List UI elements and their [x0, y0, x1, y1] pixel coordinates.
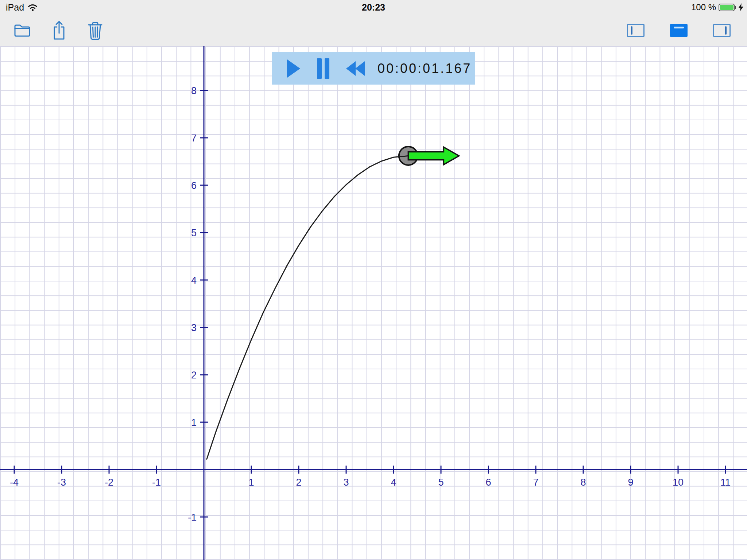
- delete-button[interactable]: [88, 20, 103, 40]
- y-tick-label: 3: [191, 322, 197, 333]
- charging-bolt-icon: [739, 3, 743, 11]
- clock: 20:23: [0, 2, 747, 13]
- x-tick-label: 3: [343, 477, 349, 488]
- x-tick-label: 1: [248, 477, 254, 488]
- rewind-icon: [346, 60, 365, 77]
- plot-area: -4-3-2-1123456789101187654321-1: [0, 46, 747, 560]
- share-button[interactable]: [51, 20, 67, 40]
- x-tick-label: 6: [485, 477, 491, 488]
- toolbar-right: [627, 15, 731, 46]
- trash-icon: [88, 20, 103, 40]
- status-bar: iPad 20:23 100 %: [0, 0, 747, 15]
- play-button[interactable]: [286, 59, 300, 78]
- share-icon: [51, 20, 67, 40]
- elapsed-time: 00:00:01.167: [378, 61, 472, 76]
- toggle-right-panel-button[interactable]: [713, 24, 731, 37]
- x-tick-label: 10: [673, 477, 684, 488]
- x-tick-label: 7: [533, 477, 538, 488]
- y-tick-label: 2: [191, 370, 197, 381]
- x-tick-label: -1: [152, 477, 161, 488]
- battery-percent-label: 100 %: [691, 2, 716, 12]
- toggle-left-panel-button[interactable]: [627, 24, 645, 37]
- y-tick-label: 6: [191, 180, 197, 191]
- toggle-top-panel-button[interactable]: [670, 24, 688, 37]
- x-tick-label: 11: [720, 477, 731, 488]
- pause-button[interactable]: [317, 58, 329, 79]
- x-tick-label: 2: [296, 477, 301, 488]
- pause-icon: [317, 58, 329, 79]
- trajectory-curve: [207, 156, 409, 459]
- x-tick-label: 9: [628, 477, 633, 488]
- open-file-button[interactable]: [14, 23, 31, 38]
- panel-top-icon: [670, 24, 688, 37]
- panel-left-icon: [627, 24, 645, 37]
- rewind-button[interactable]: [346, 60, 365, 77]
- panel-right-icon: [713, 24, 731, 37]
- y-tick-label: 1: [191, 417, 197, 428]
- y-tick-label: 4: [191, 275, 197, 286]
- playback-toolbar: 00:00:01.167: [272, 52, 475, 85]
- folder-icon: [14, 23, 31, 38]
- x-tick-label: -2: [105, 477, 113, 488]
- x-tick-label: -3: [57, 477, 66, 488]
- x-tick-label: 8: [580, 477, 586, 488]
- x-tick-label: 4: [391, 477, 396, 488]
- y-tick-label: 7: [191, 133, 197, 144]
- y-tick-label: 8: [191, 85, 197, 96]
- play-icon: [286, 59, 300, 78]
- x-tick-label: 5: [438, 477, 444, 488]
- toolbar-left: [14, 15, 103, 46]
- header: iPad 20:23 100 %: [0, 0, 747, 46]
- x-tick-label: -4: [10, 477, 19, 488]
- battery-icon: [719, 4, 736, 11]
- y-tick-label: 5: [191, 228, 197, 238]
- y-tick-label: -1: [188, 512, 197, 523]
- graph-canvas[interactable]: -4-3-2-1123456789101187654321-1 00:00:01…: [0, 46, 747, 560]
